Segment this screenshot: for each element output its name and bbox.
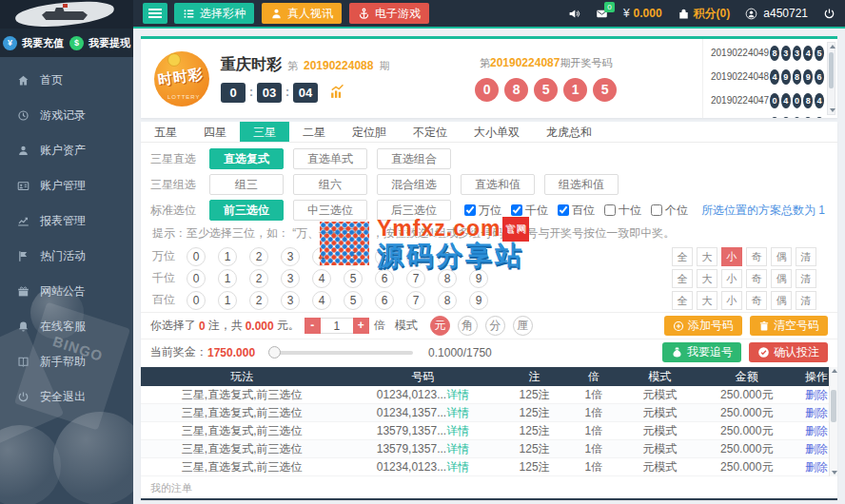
digit-button[interactable]: 5 bbox=[344, 269, 363, 288]
quick-all-button[interactable]: 全 bbox=[672, 247, 693, 266]
sidebar-item-announcements[interactable]: 网站公告 bbox=[0, 274, 133, 309]
quick-odd-button[interactable]: 奇 bbox=[746, 291, 767, 310]
digit-button[interactable]: 3 bbox=[281, 247, 300, 266]
mode-jiao-button[interactable]: 角 bbox=[458, 316, 478, 336]
mode-fen-button[interactable]: 分 bbox=[485, 316, 505, 336]
sidebar-item-beginner-help[interactable]: 新手帮助 bbox=[0, 344, 133, 379]
multiplier-plus-button[interactable]: + bbox=[353, 318, 369, 334]
checkbox-wan[interactable]: 万位 bbox=[464, 203, 501, 219]
select-lottery-button[interactable]: 选择彩种 bbox=[174, 3, 254, 24]
tab-five-star[interactable]: 五星 bbox=[141, 122, 190, 142]
trend-chart-button[interactable] bbox=[329, 84, 345, 101]
digit-button[interactable]: 2 bbox=[249, 247, 268, 266]
history-scrollbar-thumb[interactable] bbox=[829, 52, 834, 88]
multiplier-minus-button[interactable]: - bbox=[305, 318, 321, 334]
option-direct-sum[interactable]: 直选和值 bbox=[461, 174, 535, 195]
quick-clear-button[interactable]: 清 bbox=[796, 291, 816, 310]
quick-even-button[interactable]: 偶 bbox=[771, 291, 792, 310]
withdraw-button[interactable]: $ 我要提现 bbox=[67, 29, 133, 57]
balance-display[interactable]: ¥ 0.000 bbox=[623, 7, 662, 20]
tab-two-star[interactable]: 二星 bbox=[289, 122, 339, 142]
digit-button[interactable]: 9 bbox=[469, 291, 488, 310]
digit-button[interactable]: 0 bbox=[187, 269, 206, 288]
checkbox-qian[interactable]: 千位 bbox=[511, 203, 548, 219]
live-video-button[interactable]: 真人视讯 bbox=[262, 3, 342, 24]
e-games-button[interactable]: 电子游戏 bbox=[349, 3, 429, 24]
digit-button[interactable]: 9 bbox=[469, 247, 488, 266]
history-scrollbar[interactable] bbox=[827, 42, 835, 115]
digit-button[interactable]: 8 bbox=[438, 269, 457, 288]
digit-button[interactable]: 4 bbox=[312, 291, 331, 310]
tab-no-position[interactable]: 不定位 bbox=[400, 122, 461, 142]
recharge-button[interactable]: ¥ 我要充值 bbox=[0, 29, 67, 57]
digit-button[interactable]: 8 bbox=[438, 291, 457, 310]
sidebar-item-home[interactable]: 首页 bbox=[0, 63, 133, 98]
bet-table-scrollbar[interactable] bbox=[829, 367, 837, 476]
digit-button[interactable]: 4 bbox=[312, 269, 331, 288]
quick-small-button[interactable]: 小 bbox=[721, 269, 742, 288]
sidebar-item-safe-exit[interactable]: 安全退出 bbox=[0, 379, 133, 415]
logout-button[interactable] bbox=[823, 8, 835, 20]
scroll-down-arrow-icon[interactable] bbox=[832, 471, 837, 475]
digit-button[interactable]: 3 bbox=[281, 291, 300, 310]
digit-button[interactable]: 0 bbox=[187, 291, 206, 310]
user-account[interactable]: a450721 bbox=[745, 7, 808, 20]
sidebar-item-promotions[interactable]: 热门活动 bbox=[0, 239, 133, 274]
prize-slider[interactable] bbox=[270, 351, 413, 355]
digit-button[interactable]: 4 bbox=[312, 247, 331, 266]
digit-button[interactable]: 6 bbox=[375, 247, 394, 266]
quick-small-button[interactable]: 小 bbox=[721, 291, 742, 310]
option-group-sum[interactable]: 组选和值 bbox=[544, 174, 619, 195]
detail-link[interactable]: 详情 bbox=[446, 388, 469, 401]
digit-button[interactable]: 6 bbox=[375, 269, 394, 288]
mail-button[interactable]: 0 bbox=[596, 8, 608, 20]
checkbox-ge[interactable]: 个位 bbox=[651, 203, 688, 219]
option-direct-compound[interactable]: 直选复式 bbox=[209, 148, 284, 169]
detail-link[interactable]: 详情 bbox=[446, 460, 469, 474]
scroll-up-arrow-icon[interactable] bbox=[832, 369, 837, 373]
quick-all-button[interactable]: 全 bbox=[672, 291, 693, 310]
tab-three-star[interactable]: 三星 bbox=[240, 122, 289, 142]
mode-li-button[interactable]: 厘 bbox=[513, 316, 533, 336]
quick-big-button[interactable]: 大 bbox=[697, 291, 717, 310]
hamburger-menu-button[interactable] bbox=[143, 3, 167, 24]
sidebar-item-account-manage[interactable]: 账户管理 bbox=[0, 168, 133, 204]
digit-button[interactable]: 9 bbox=[469, 269, 488, 288]
digit-button[interactable]: 1 bbox=[218, 247, 237, 266]
quick-clear-button[interactable]: 清 bbox=[796, 247, 816, 266]
option-group-three[interactable]: 组三 bbox=[209, 174, 284, 195]
option-direct-single[interactable]: 直选单式 bbox=[293, 148, 367, 169]
digit-button[interactable]: 8 bbox=[438, 247, 457, 266]
quick-odd-button[interactable]: 奇 bbox=[746, 247, 767, 266]
scroll-down-arrow-icon[interactable] bbox=[830, 108, 835, 112]
chase-number-button[interactable]: 我要追号 bbox=[662, 342, 741, 362]
digit-button[interactable]: 2 bbox=[249, 269, 268, 288]
digit-button[interactable]: 1 bbox=[218, 269, 237, 288]
quick-even-button[interactable]: 偶 bbox=[771, 269, 792, 288]
option-middle-three[interactable]: 中三选位 bbox=[293, 200, 367, 221]
tab-four-star[interactable]: 四星 bbox=[190, 122, 240, 142]
sound-button[interactable] bbox=[568, 8, 580, 20]
digit-button[interactable]: 5 bbox=[344, 247, 363, 266]
digit-button[interactable]: 7 bbox=[406, 269, 425, 288]
detail-link[interactable]: 详情 bbox=[446, 406, 469, 419]
checkbox-shi[interactable]: 十位 bbox=[604, 203, 641, 219]
checkbox-bai[interactable]: 百位 bbox=[558, 203, 595, 219]
quick-big-button[interactable]: 大 bbox=[697, 247, 717, 266]
sidebar-item-customer-service[interactable]: 在线客服 bbox=[0, 309, 133, 344]
detail-link[interactable]: 详情 bbox=[446, 442, 469, 456]
sidebar-item-reports[interactable]: 报表管理 bbox=[0, 204, 133, 239]
detail-link[interactable]: 详情 bbox=[446, 424, 469, 437]
digit-button[interactable]: 6 bbox=[375, 291, 394, 310]
option-back-three[interactable]: 后三选位 bbox=[377, 200, 451, 221]
tab-big-small-odd-even[interactable]: 大小单双 bbox=[461, 122, 533, 142]
sidebar-item-account-assets[interactable]: 账户资产 bbox=[0, 133, 133, 168]
digit-button[interactable]: 5 bbox=[344, 291, 363, 310]
quick-clear-button[interactable]: 清 bbox=[796, 269, 816, 288]
quick-small-button[interactable]: 小 bbox=[721, 247, 742, 266]
digit-button[interactable]: 1 bbox=[218, 291, 237, 310]
quick-big-button[interactable]: 大 bbox=[697, 269, 717, 288]
multiplier-input[interactable] bbox=[321, 318, 353, 334]
tab-position[interactable]: 定位胆 bbox=[339, 122, 400, 142]
option-mixed-group[interactable]: 混合组选 bbox=[377, 174, 451, 195]
